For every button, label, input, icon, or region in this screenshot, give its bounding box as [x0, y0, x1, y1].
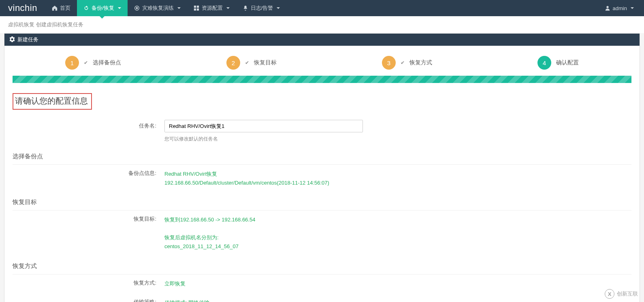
- transfer-label: 传输策略:: [13, 298, 164, 302]
- transfer-value: 传输模式: 网络传输: [164, 298, 209, 302]
- step-1-label: 选择备份点: [93, 59, 121, 66]
- chevron-down-icon: [226, 7, 230, 9]
- section-backup-point: 选择备份点: [13, 147, 631, 165]
- nav-resource[interactable]: 资源配置: [187, 0, 236, 16]
- task-name-label: 任务名:: [13, 120, 164, 142]
- breadcrumb: 虚拟机恢复 创建虚拟机恢复任务: [0, 16, 644, 33]
- panel-body: 1 ✔ 选择备份点 2 ✔ 恢复目标 3 ✔ 恢复方式 4 确认配置 请确认您的…: [4, 46, 640, 302]
- step-1[interactable]: 1 ✔ 选择备份点: [65, 56, 121, 70]
- refresh-icon: [83, 5, 89, 11]
- bell-icon: [243, 5, 248, 11]
- nav-backup-label: 备份/恢复: [92, 4, 114, 12]
- brand-logo[interactable]: vinchin: [0, 3, 45, 13]
- svg-point-6: [606, 6, 608, 8]
- user-icon: [605, 5, 610, 11]
- section-restore-target: 恢复目标: [13, 192, 631, 211]
- nav-home[interactable]: 首页: [45, 0, 77, 16]
- step-3-circle: 3: [382, 56, 396, 70]
- restore-method-row: 恢复方式: 立即恢复: [13, 279, 631, 288]
- chevron-down-icon: [177, 7, 181, 9]
- step-4-label: 确认配置: [556, 59, 579, 66]
- target-icon: [134, 5, 140, 11]
- backup-info-row: 备份点信息: Redhat RHV/Ovirt恢复 192.168.66.50/…: [13, 170, 631, 187]
- svg-rect-3: [196, 6, 198, 8]
- restore-target-line1: 恢复到192.168.66.50 -> 192.168.66.54: [164, 215, 255, 224]
- nav-log[interactable]: 日志/告警: [236, 0, 287, 16]
- chevron-down-icon: [631, 7, 634, 9]
- svg-rect-5: [196, 9, 198, 11]
- watermark-logo-icon: X: [605, 289, 614, 299]
- restore-target-line2: 恢复后虚拟机名分别为:: [164, 233, 255, 242]
- watermark-text: 创新互联: [617, 290, 638, 298]
- check-icon: ✔: [401, 60, 405, 66]
- restore-target-value: 恢复到192.168.66.50 -> 192.168.66.54 恢复后虚拟机…: [164, 215, 255, 251]
- panel-title: 新建任务: [17, 36, 38, 43]
- svg-rect-4: [194, 9, 196, 11]
- confirm-heading: 请确认您的配置信息: [13, 93, 92, 110]
- svg-point-1: [136, 7, 138, 9]
- step-1-circle: 1: [65, 56, 79, 70]
- nav-drill[interactable]: 灾难恢复演练: [128, 0, 187, 16]
- step-2[interactable]: 2 ✔ 恢复目标: [226, 56, 277, 70]
- watermark: X 创新互联: [605, 289, 638, 299]
- check-icon: ✔: [84, 60, 88, 66]
- nav-home-label: 首页: [60, 4, 70, 12]
- task-name-input[interactable]: [164, 120, 363, 132]
- step-2-circle: 2: [226, 56, 240, 70]
- grid-icon: [194, 5, 199, 11]
- svg-rect-2: [194, 6, 196, 8]
- transfer-row: 传输策略: 传输模式: 网络传输: [13, 298, 631, 302]
- nav-log-label: 日志/告警: [251, 4, 273, 12]
- check-icon: ✔: [245, 60, 249, 66]
- panel-header: 新建任务: [4, 34, 640, 46]
- nav-backup-restore[interactable]: 备份/恢复: [77, 0, 128, 16]
- user-name: admin: [613, 5, 627, 11]
- step-4[interactable]: 4 确认配置: [537, 56, 579, 70]
- step-4-circle: 4: [537, 56, 551, 70]
- section-restore-method: 恢复方式: [13, 256, 631, 274]
- progress-stripe: [13, 76, 631, 83]
- navbar-left: vinchin 首页 备份/恢复 灾难恢复演练 资源配置: [0, 0, 286, 16]
- backup-info-line1: Redhat RHV/Ovirt恢复: [164, 170, 329, 179]
- task-name-help: 您可以修改默认的任务名: [164, 136, 363, 142]
- restore-target-row: 恢复目标: 恢复到192.168.66.50 -> 192.168.66.54 …: [13, 215, 631, 251]
- nav-resource-label: 资源配置: [202, 4, 223, 12]
- nav-menu: 首页 备份/恢复 灾难恢复演练 资源配置 日志/告警: [45, 0, 286, 16]
- task-name-row: 任务名: 您可以修改默认的任务名: [13, 120, 631, 142]
- step-3-label: 恢复方式: [409, 59, 432, 66]
- restore-target-label: 恢复目标:: [13, 215, 164, 251]
- restore-target-line3: centos_2018_11_12_14_56_07: [164, 242, 255, 251]
- user-menu[interactable]: admin: [601, 0, 638, 16]
- backup-info-value: Redhat RHV/Ovirt恢复 192.168.66.50/Default…: [164, 170, 329, 187]
- home-icon: [52, 5, 58, 11]
- top-navbar: vinchin 首页 备份/恢复 灾难恢复演练 资源配置: [0, 0, 644, 16]
- restore-method-value: 立即恢复: [164, 279, 186, 288]
- step-2-label: 恢复目标: [254, 59, 277, 66]
- gear-icon: [9, 36, 15, 43]
- backup-info-label: 备份点信息:: [13, 170, 164, 187]
- wizard-stepper: 1 ✔ 选择备份点 2 ✔ 恢复目标 3 ✔ 恢复方式 4 确认配置: [13, 56, 631, 70]
- step-3[interactable]: 3 ✔ 恢复方式: [382, 56, 432, 70]
- main-panel: 新建任务 1 ✔ 选择备份点 2 ✔ 恢复目标 3 ✔ 恢复方式 4 确认配置: [4, 33, 640, 302]
- chevron-down-icon: [118, 7, 121, 9]
- backup-info-line2: 192.168.66.50/Default/cluster/Default/vm…: [164, 179, 329, 187]
- chevron-down-icon: [277, 7, 280, 9]
- nav-drill-label: 灾难恢复演练: [142, 4, 174, 12]
- restore-method-label: 恢复方式:: [13, 279, 164, 288]
